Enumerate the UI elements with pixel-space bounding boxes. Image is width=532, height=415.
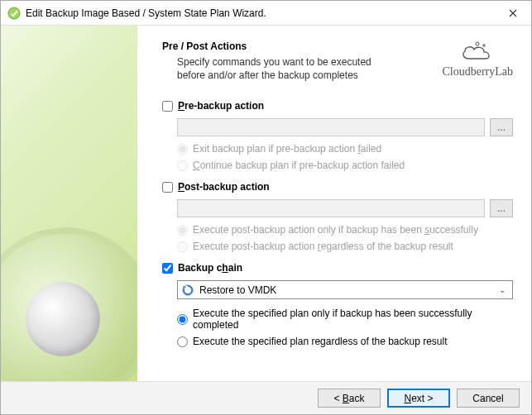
chain-success-label: Execute the specified plan only if backu… xyxy=(193,308,513,331)
page-subtitle: Specify commands you want to be executed… xyxy=(177,55,392,82)
backup-chain-checkbox[interactable] xyxy=(162,263,173,274)
svg-point-2 xyxy=(483,45,486,47)
close-button[interactable] xyxy=(494,1,531,26)
backup-chain-dropdown[interactable]: Restore to VMDK ⌄ xyxy=(177,280,513,299)
cloud-icon xyxy=(459,41,496,64)
chain-always-label: Execute the specified plan regardless of… xyxy=(193,336,448,347)
svg-point-0 xyxy=(8,7,20,19)
prebackup-continue-label: Continue backup plan if pre-backup actio… xyxy=(193,160,405,171)
app-icon xyxy=(7,7,21,20)
prebackup-browse-button: ... xyxy=(490,118,513,136)
prebackup-section: Pre-backup action ... Exit backup plan i… xyxy=(162,100,513,171)
brand-name: CloudberryLab xyxy=(442,65,513,78)
back-button[interactable]: < Back xyxy=(318,389,381,408)
postbackup-checkbox[interactable] xyxy=(162,182,173,193)
wizard-footer: < Back Next > Cancel xyxy=(1,381,531,414)
postbackup-label[interactable]: Post-backup action xyxy=(178,181,270,193)
postbackup-command-input xyxy=(177,199,485,217)
svg-point-1 xyxy=(476,42,479,45)
chain-success-radio[interactable] xyxy=(177,314,188,325)
wizard-sidebar-image xyxy=(1,26,137,381)
postbackup-always-radio xyxy=(177,241,188,252)
cancel-button[interactable]: Cancel xyxy=(457,389,520,408)
chevron-down-icon: ⌄ xyxy=(496,285,509,294)
page-title: Pre / Post Actions xyxy=(162,41,392,52)
prebackup-exit-label: Exit backup plan if pre-backup action fa… xyxy=(193,143,381,155)
wizard-main: Pre / Post Actions Specify commands you … xyxy=(137,26,531,381)
chain-always-radio[interactable] xyxy=(177,336,188,347)
prebackup-checkbox[interactable] xyxy=(162,101,173,112)
backup-chain-selected: Restore to VMDK xyxy=(199,284,491,296)
postbackup-browse-button: ... xyxy=(490,199,513,217)
brand-logo: CloudberryLab xyxy=(442,41,513,79)
titlebar: Edit Backup Image Based / System State P… xyxy=(1,1,531,26)
prebackup-exit-radio xyxy=(177,144,188,155)
prebackup-continue-radio xyxy=(177,160,188,171)
postbackup-success-label: Execute post-backup action only if backu… xyxy=(193,224,478,236)
postbackup-success-radio xyxy=(177,225,188,236)
postbackup-section: Post-backup action ... Execute post-back… xyxy=(162,181,513,252)
prebackup-label[interactable]: Pre-backup action xyxy=(178,100,264,112)
backup-chain-label[interactable]: Backup chain xyxy=(178,262,242,274)
wizard-body: Pre / Post Actions Specify commands you … xyxy=(1,26,531,381)
window-title: Edit Backup Image Based / System State P… xyxy=(26,7,494,19)
backup-chain-section: Backup chain Restore to VMDK ⌄ Execute t… xyxy=(162,262,513,347)
prebackup-command-input xyxy=(177,118,485,136)
next-button[interactable]: Next > xyxy=(387,389,450,408)
restore-icon xyxy=(181,284,194,297)
postbackup-always-label: Execute post-backup action regardless of… xyxy=(193,241,453,252)
